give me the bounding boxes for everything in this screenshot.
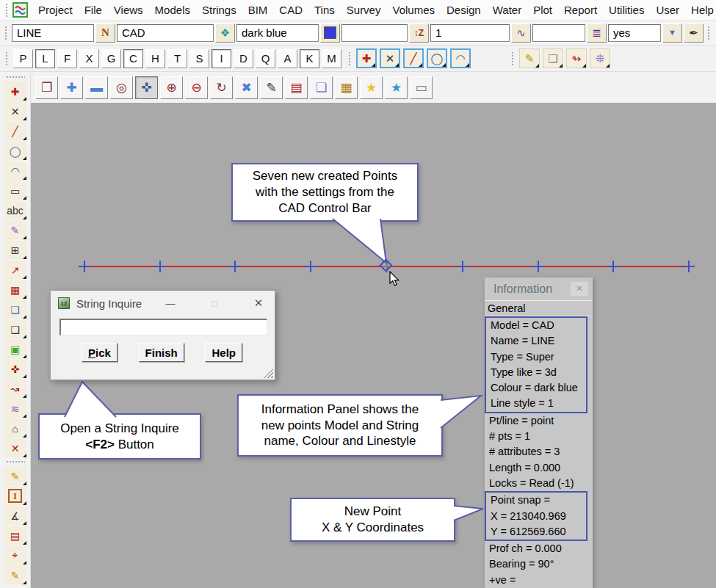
view-settings-button[interactable]: ▦ (335, 76, 358, 99)
create-circle-button[interactable]: ◯ (427, 48, 447, 68)
menu-utilities[interactable]: Utilities (603, 4, 650, 16)
information-panel-titlebar[interactable]: Information ✕ (485, 277, 593, 301)
snap-toggle-c[interactable]: C (123, 49, 143, 68)
offset-string-button[interactable]: ❏ (4, 300, 26, 319)
toolbar-drag-handle[interactable] (5, 51, 9, 66)
toolbar-drag-handle[interactable] (6, 460, 25, 464)
linestyle-picker-button[interactable]: ∿ (511, 23, 531, 43)
new-view-button[interactable]: ▭ (410, 76, 433, 99)
create-x-node-button[interactable]: ✕ (380, 48, 400, 68)
snap-toggle-m[interactable]: M (322, 49, 341, 68)
measure-angle-button[interactable]: ∡ (4, 507, 26, 525)
create-point-button[interactable]: ✚ (4, 82, 26, 101)
model-input[interactable] (117, 24, 214, 42)
maximize-icon[interactable]: □ (207, 298, 222, 309)
menu-report[interactable]: Report (558, 4, 603, 16)
menu-design[interactable]: Design (441, 4, 487, 16)
snap-toggle-t[interactable]: T (167, 49, 187, 68)
resize-grip[interactable] (264, 369, 273, 378)
menu-project[interactable]: Project (32, 4, 79, 16)
snap-toggle-d[interactable]: D (234, 49, 253, 68)
menu-survey[interactable]: Survey (341, 4, 387, 16)
weight-picker-button[interactable]: ≣ (587, 23, 607, 43)
model-picker-button[interactable]: ❖ (215, 23, 235, 43)
snap-toggle-p[interactable]: P (13, 49, 33, 68)
menu-bim[interactable]: BIM (242, 4, 274, 16)
menu-water[interactable]: Water (487, 4, 527, 16)
snap-toggle-x[interactable]: X (79, 49, 99, 68)
app-logo-icon[interactable] (12, 2, 28, 18)
snap-toggle-i[interactable]: I (211, 49, 231, 68)
favourite-yellow-star-button[interactable]: ★ (360, 76, 383, 99)
eyedropper-button[interactable]: ✒ (684, 23, 704, 43)
colour-input[interactable] (236, 24, 319, 42)
zoom-in-button[interactable]: ✚ (60, 76, 83, 99)
create-arc-button[interactable]: ◠ (4, 161, 26, 180)
measure-bearing-button[interactable]: ↗ (4, 261, 26, 279)
shrink-view-button[interactable]: ⊖ (185, 76, 208, 99)
create-text-button[interactable]: abc (4, 201, 26, 219)
create-line-button[interactable]: ╱ (4, 122, 26, 140)
menu-volumes[interactable]: Volumes (386, 4, 441, 16)
menu-plot[interactable]: Plot (527, 4, 558, 16)
create-x-node-button[interactable]: ✕ (4, 102, 26, 120)
colour-picker-button[interactable] (320, 23, 340, 43)
draw-string-button[interactable]: ✎ (519, 48, 540, 68)
close-icon[interactable]: ✕ (251, 297, 266, 310)
dialog-titlebar[interactable]: 12 String Inquire — □ ✕ (51, 291, 275, 316)
modify-string-button[interactable]: ↬ (566, 48, 587, 68)
create-point-button[interactable]: ✚ (356, 48, 377, 68)
linestyle-input[interactable] (430, 24, 510, 42)
snap-toggle-q[interactable]: Q (256, 49, 275, 68)
inquire-input[interactable] (59, 319, 267, 335)
tinable-dropdown-button[interactable]: ▼ (662, 23, 682, 43)
information-button[interactable]: I (4, 487, 26, 505)
section-view-button[interactable]: ⌖ (4, 546, 26, 565)
plot-button[interactable]: ▤ (285, 76, 308, 99)
name-n-button[interactable]: N (95, 23, 115, 43)
snap-toggle-k[interactable]: K (300, 49, 319, 68)
toolbar-drag-handle[interactable] (348, 51, 352, 66)
snap-toggle-l[interactable]: L (35, 49, 55, 68)
recolour-string-button[interactable]: ❊ (590, 48, 610, 68)
create-line-button[interactable]: ╱ (403, 48, 424, 68)
fit-view-button[interactable]: ◎ (110, 76, 133, 99)
minimize-icon[interactable]: — (163, 298, 178, 309)
delete-point-button[interactable]: ✕ (4, 439, 26, 457)
create-symbol-button[interactable]: ✎ (4, 221, 26, 239)
fence-polygon-button[interactable]: ⌂ (4, 419, 26, 438)
string-name-input[interactable] (12, 24, 94, 42)
menu-tins[interactable]: Tins (308, 4, 341, 16)
redraw-button[interactable]: ✎ (260, 76, 283, 99)
finish-button[interactable]: Finish (139, 343, 184, 362)
pick-button[interactable]: Pick (82, 343, 117, 362)
colour-string-button[interactable]: ≋ (4, 399, 26, 418)
translate-point-button[interactable]: ↝ (4, 380, 26, 398)
z-height-button[interactable]: ↕Z (409, 23, 429, 43)
copy-view-button[interactable]: ❏ (310, 76, 333, 99)
pan-button[interactable]: ✜ (135, 76, 158, 99)
window-layout-button[interactable]: ❐ (35, 76, 58, 99)
snap-toggle-h[interactable]: H (145, 49, 165, 68)
create-table-button[interactable]: ▦ (4, 280, 26, 299)
create-arc-button[interactable]: ◠ (450, 48, 471, 68)
menu-models[interactable]: Models (149, 4, 196, 16)
duplicate-string-button[interactable]: ❏ (543, 48, 563, 68)
zoom-window-button[interactable]: ⊕ (160, 76, 183, 99)
toolbar-drag-handle[interactable] (4, 26, 8, 40)
close-icon[interactable]: ✕ (571, 282, 588, 296)
edit-string-button[interactable]: ✎ (4, 467, 26, 485)
menu-file[interactable]: File (79, 4, 108, 16)
height-input[interactable] (341, 24, 408, 42)
menu-views[interactable]: Views (108, 4, 149, 16)
menu-strings[interactable]: Strings (196, 4, 242, 16)
toolbar-drag-handle[interactable] (6, 76, 25, 79)
zoom-out-button[interactable]: ▬ (85, 76, 108, 99)
cancel-redraw-button[interactable]: ✖ (235, 76, 258, 99)
drawing-canvas[interactable]: Seven new created Pointswith the setting… (31, 103, 716, 588)
snap-toggle-s[interactable]: S (189, 49, 209, 68)
toolbar-drag-handle[interactable] (5, 3, 9, 18)
paste-at-point-button[interactable]: ⊞ (4, 241, 26, 259)
help-button[interactable]: Help (205, 343, 242, 362)
insert-image-button[interactable]: ▣ (4, 340, 26, 358)
